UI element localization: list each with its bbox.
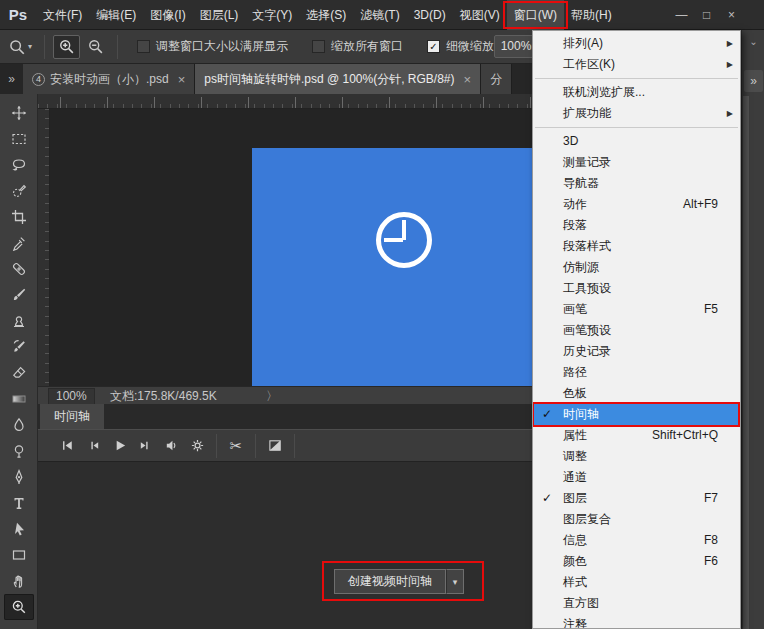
window-menu-item[interactable]: 联机浏览扩展...	[533, 82, 740, 103]
menubar-item[interactable]: 3D(D)	[407, 0, 453, 30]
statusbar-zoom-field[interactable]: 100%	[48, 388, 95, 405]
window-menu-item[interactable]: 图层复合	[533, 509, 740, 530]
create-timeline-dropdown[interactable]: ▾	[446, 569, 464, 594]
rectangular-marquee-tool[interactable]	[4, 126, 34, 152]
window-menu-item[interactable]: 注释	[533, 614, 740, 629]
window-menu-item[interactable]: 调整	[533, 446, 740, 467]
mute-audio-button[interactable]	[158, 434, 184, 458]
chevron-down-icon: ▾	[453, 577, 458, 587]
close-button[interactable]: ×	[719, 0, 744, 30]
menubar-item[interactable]: 滤镜(T)	[353, 0, 406, 30]
panel-collapse-button[interactable]: »	[744, 70, 763, 92]
hand-tool[interactable]	[4, 568, 34, 594]
menubar-item[interactable]: 选择(S)	[299, 0, 353, 30]
window-menu-item[interactable]: 段落样式	[533, 236, 740, 257]
rectangle-tool[interactable]	[4, 542, 34, 568]
window-menu-item[interactable]: 工具预设	[533, 278, 740, 299]
playback-settings-button[interactable]	[184, 434, 210, 458]
window-menu-item[interactable]: ✓ 图层 F7	[533, 488, 740, 509]
chevron-down-icon[interactable]: ⌄	[742, 36, 764, 47]
checkbox[interactable]	[137, 40, 150, 53]
quick-selection-tool[interactable]	[4, 178, 34, 204]
window-menu-item[interactable]: 路径	[533, 362, 740, 383]
lasso-tool[interactable]	[4, 152, 34, 178]
menubar-item[interactable]: 图层(L)	[193, 0, 246, 30]
spot-healing-brush-tool[interactable]	[4, 256, 34, 282]
option-checkbox[interactable]: 调整窗口大小以满屏显示	[137, 38, 288, 55]
create-video-timeline-button[interactable]: 创建视频时间轴	[334, 569, 446, 594]
window-menu-item[interactable]: 3D	[533, 131, 740, 152]
menubar-item[interactable]: 编辑(E)	[89, 0, 143, 30]
window-menu-item[interactable]: 画笔 F5	[533, 299, 740, 320]
transition-button[interactable]	[262, 434, 288, 458]
window-menu-item[interactable]: 画笔预设	[533, 320, 740, 341]
menubar-item[interactable]: 帮助(H)	[564, 0, 619, 30]
window-controls: — □ ×	[669, 0, 744, 30]
minimize-button[interactable]: —	[669, 0, 694, 30]
window-menu-item[interactable]: 仿制源	[533, 257, 740, 278]
blur-tool[interactable]	[4, 412, 34, 438]
zoom-out-button[interactable]	[82, 35, 109, 59]
zoom-tool-preset[interactable]: ▾	[0, 38, 37, 56]
zoom-out-icon	[87, 38, 104, 55]
menubar-item[interactable]: 文件(F)	[36, 0, 89, 30]
checkbox-label: 调整窗口大小以满屏显示	[156, 38, 288, 55]
window-menu-item[interactable]: 工作区(K) ▶	[533, 54, 740, 75]
window-menu-item[interactable]: 排列(A) ▶	[533, 33, 740, 54]
menubar-item[interactable]: 文字(Y)	[245, 0, 299, 30]
window-menu-item[interactable]: 段落	[533, 215, 740, 236]
window-menu-item[interactable]: 色板	[533, 383, 740, 404]
zoom-tool[interactable]	[4, 594, 34, 620]
menubar-item[interactable]: 图像(I)	[143, 0, 192, 30]
zoom-in-button[interactable]	[53, 35, 80, 59]
window-menu-item[interactable]: 属性 Shift+Ctrl+Q	[533, 425, 740, 446]
maximize-button[interactable]: □	[694, 0, 719, 30]
window-menu-item[interactable]: 测量记录	[533, 152, 740, 173]
eraser-tool[interactable]	[4, 360, 34, 386]
window-menu-item-label: 图层	[563, 491, 587, 505]
option-checkbox[interactable]: 缩放所有窗口	[312, 38, 403, 55]
menubar-item[interactable]: 视图(V)	[453, 0, 507, 30]
window-menu-item[interactable]: 样式	[533, 572, 740, 593]
go-to-previous-frame-button[interactable]	[80, 434, 106, 458]
gradient-tool[interactable]	[4, 386, 34, 412]
document-tab[interactable]: ps时间轴旋转时钟.psd @ 100%(分针, RGB/8#) ×	[195, 64, 481, 94]
document-tab[interactable]: 分	[481, 64, 512, 94]
eyedropper-tool[interactable]	[4, 230, 34, 256]
submenu-arrow-icon: ▶	[727, 103, 733, 124]
close-tab-icon[interactable]: ×	[178, 73, 186, 86]
play-button[interactable]	[106, 434, 132, 458]
toolbar-collapse-button[interactable]: »	[0, 64, 23, 94]
timeline-panel-tab[interactable]: 时间轴	[40, 404, 104, 429]
window-menu-item[interactable]: 历史记录	[533, 341, 740, 362]
window-menu-item[interactable]: 颜色 F6	[533, 551, 740, 572]
checkbox[interactable]	[312, 40, 325, 53]
window-menu-item[interactable]: 信息 F8	[533, 530, 740, 551]
history-brush-tool[interactable]	[4, 334, 34, 360]
go-to-next-frame-button[interactable]	[132, 434, 158, 458]
menubar-item[interactable]: 窗口(W)	[507, 0, 564, 30]
window-menu-item[interactable]: 直方图	[533, 593, 740, 614]
brush-tool[interactable]	[4, 282, 34, 308]
close-tab-icon[interactable]: ×	[464, 73, 472, 86]
window-menu-item[interactable]: ✓ 时间轴	[533, 404, 740, 425]
crop-tool[interactable]	[4, 204, 34, 230]
type-tool[interactable]	[4, 490, 34, 516]
clone-stamp-tool[interactable]	[4, 308, 34, 334]
window-menu-item[interactable]: 导航器	[533, 173, 740, 194]
dodge-tool[interactable]	[4, 438, 34, 464]
statusbar-expander[interactable]: 〉	[266, 388, 278, 404]
go-to-first-frame-button[interactable]	[54, 434, 80, 458]
window-menu-item[interactable]: 通道	[533, 467, 740, 488]
window-menu-item[interactable]: 动作 Alt+F9	[533, 194, 740, 215]
path-selection-tool[interactable]	[4, 516, 34, 542]
pen-tool[interactable]	[4, 464, 34, 490]
scrollbar[interactable]	[743, 96, 749, 629]
move-tool[interactable]	[4, 100, 34, 126]
chevron-down-icon: ▾	[28, 42, 32, 51]
window-menu-item[interactable]: 扩展功能 ▶	[533, 103, 740, 124]
checkbox[interactable]: ✓	[427, 40, 440, 53]
option-checkbox[interactable]: ✓ 细微缩放	[427, 38, 494, 55]
document-tab[interactable]: 4 安装时动画（小）.psd ×	[23, 64, 195, 94]
split-at-playhead-button[interactable]: ✂	[223, 434, 249, 458]
